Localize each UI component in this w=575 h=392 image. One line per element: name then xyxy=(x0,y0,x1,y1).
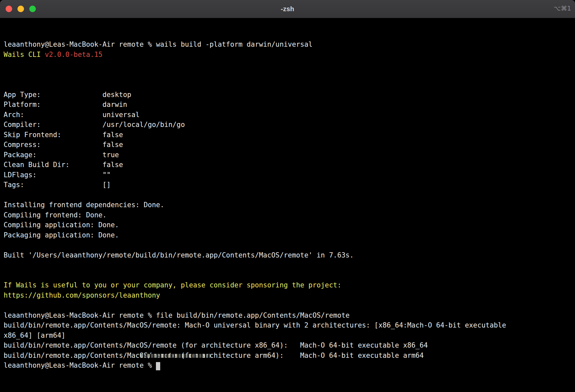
clipped-text-artifact xyxy=(140,354,210,358)
window-titlebar[interactable]: -zsh ⌥⌘1 xyxy=(0,0,575,18)
terminal-lines: leaanthony@Leas-MacBook-Air remote % wai… xyxy=(4,39,571,371)
terminal-text-segment: v2.0.0-beta.15 xyxy=(45,51,102,59)
terminal-line: Compiling frontend: Done. xyxy=(4,210,571,220)
terminal-text-segment: Compiling frontend: Done. xyxy=(4,211,107,219)
terminal-line: Compress: false xyxy=(4,140,571,150)
terminal-line: x86_64] [arm64] xyxy=(4,331,571,341)
terminal-line: Built '/Users/leaanthony/remote/build/bi… xyxy=(4,250,571,260)
terminal-line: build/bin/remote.app/Contents/MacOS/remo… xyxy=(4,320,571,331)
terminal-line xyxy=(4,60,571,70)
terminal-text-segment: Installing frontend dependencies: Done. xyxy=(4,201,164,209)
terminal-line: build/bin/remote.app/Contents/MacOS/remo… xyxy=(4,351,571,361)
terminal-line: build/bin/remote.app/Contents/MacOS/remo… xyxy=(4,340,571,351)
terminal-text-segment: leaanthony@Leas-MacBook-Air remote % xyxy=(4,361,156,369)
keyboard-shortcut-hint: ⌥⌘1 xyxy=(554,5,571,12)
terminal-text-segment: build/bin/remote.app/Contents/MacOS/remo… xyxy=(4,341,428,349)
terminal-line: Packaging application: Done. xyxy=(4,230,571,240)
terminal-line: Compiling application: Done. xyxy=(4,220,571,230)
terminal-text-segment: Arch: universal xyxy=(4,111,139,119)
terminal-line: Compiler: /usr/local/go/bin/go xyxy=(4,120,571,130)
terminal-text-segment: Compiling application: Done. xyxy=(4,221,119,229)
minimize-button[interactable] xyxy=(17,6,24,12)
terminal-cursor xyxy=(156,362,160,370)
terminal-text-segment: If Wails is useful to you or your compan… xyxy=(4,281,341,289)
terminal-line: leaanthony@Leas-MacBook-Air remote % xyxy=(4,360,571,371)
terminal-text-segment: Platform: darwin xyxy=(4,101,127,109)
terminal-line xyxy=(4,240,571,250)
terminal-line: Arch: universal xyxy=(4,110,571,120)
terminal-line: Clean Build Dir: false xyxy=(4,160,571,170)
terminal-line: Wails CLI v2.0.0-beta.15 xyxy=(4,50,571,60)
terminal-line xyxy=(4,80,571,90)
terminal-text-segment: App Type: desktop xyxy=(4,91,131,99)
terminal-text-segment: leaanthony@Leas-MacBook-Air remote % wai… xyxy=(4,40,312,48)
terminal-text-segment: leaanthony@Leas-MacBook-Air remote % fil… xyxy=(4,311,350,319)
terminal-text-segment: Packaging application: Done. xyxy=(4,231,119,239)
terminal-line: Tags: [] xyxy=(4,180,571,190)
terminal-text-segment: Clean Build Dir: false xyxy=(4,161,123,169)
terminal-text-segment: Wails CLI xyxy=(4,51,45,59)
terminal-text-segment: build/bin/remote.app/Contents/MacOS/remo… xyxy=(4,321,506,329)
terminal-line: If Wails is useful to you or your compan… xyxy=(4,280,571,290)
terminal-line xyxy=(4,70,571,80)
zoom-button[interactable] xyxy=(29,6,36,12)
terminal-text-segment: Tags: [] xyxy=(4,181,111,189)
terminal-text-segment: x86_64] [arm64] xyxy=(4,331,65,339)
terminal-line: Installing frontend dependencies: Done. xyxy=(4,200,571,210)
window-title: -zsh xyxy=(281,5,294,13)
terminal-line: LDFlags: "" xyxy=(4,170,571,180)
terminal-window: -zsh ⌥⌘1 leaanthony@Leas-MacBook-Air rem… xyxy=(0,0,575,392)
terminal-line xyxy=(4,270,571,281)
terminal-text-segment: build/bin/remote.app/Contents/MacOS/remo… xyxy=(4,352,424,359)
terminal-line xyxy=(4,260,571,270)
terminal-text-segment: https://github.com/sponsors/leaanthony xyxy=(4,291,160,299)
terminal-text-segment: Compiler: /usr/local/go/bin/go xyxy=(4,121,185,129)
terminal-text-segment: Skip Frontend: false xyxy=(4,131,123,139)
terminal-text-segment: Package: true xyxy=(4,151,119,159)
terminal-screen[interactable]: leaanthony@Leas-MacBook-Air remote % wai… xyxy=(0,18,575,391)
terminal-line: Package: true xyxy=(4,150,571,160)
traffic-lights xyxy=(6,6,36,12)
terminal-line: leaanthony@Leas-MacBook-Air remote % fil… xyxy=(4,310,571,321)
close-button[interactable] xyxy=(6,6,12,12)
terminal-line: https://github.com/sponsors/leaanthony xyxy=(4,290,571,301)
terminal-line xyxy=(4,190,571,200)
terminal-line xyxy=(4,300,571,310)
terminal-text-segment: LDFlags: "" xyxy=(4,171,111,179)
terminal-text-segment: Built '/Users/leaanthony/remote/build/bi… xyxy=(4,251,354,259)
terminal-line: Skip Frontend: false xyxy=(4,130,571,140)
terminal-line: Platform: darwin xyxy=(4,100,571,110)
terminal-line: leaanthony@Leas-MacBook-Air remote % wai… xyxy=(4,39,571,50)
terminal-text-segment: Compress: false xyxy=(4,141,123,149)
terminal-line: App Type: desktop xyxy=(4,90,571,100)
